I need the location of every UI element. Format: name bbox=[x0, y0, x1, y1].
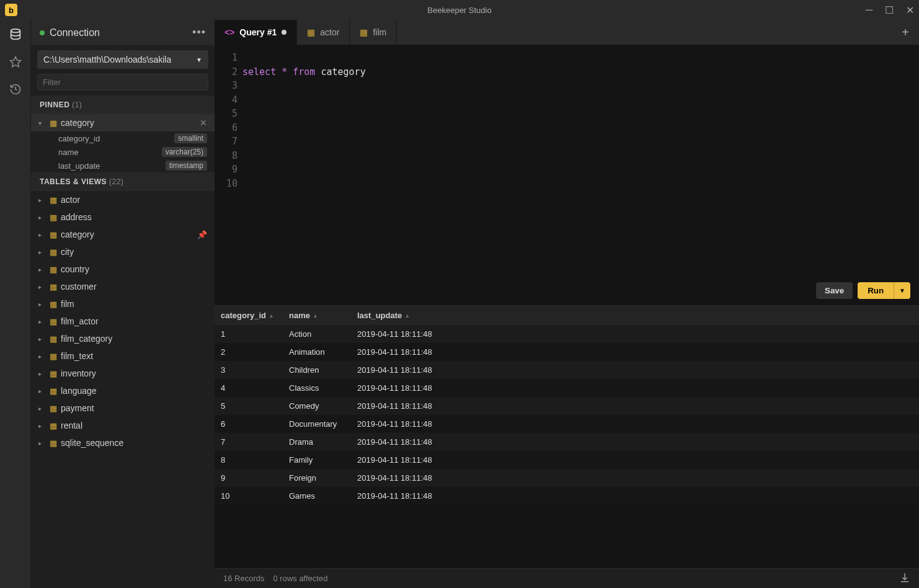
run-button[interactable]: Run bbox=[858, 282, 894, 299]
cell: 8 bbox=[215, 451, 283, 469]
table-item[interactable]: ▸▦actor bbox=[31, 191, 215, 208]
table-icon: ▦ bbox=[50, 439, 57, 448]
table-item[interactable]: ▸▦film bbox=[31, 295, 215, 313]
table-item[interactable]: ▸▦sqlite_sequence bbox=[31, 434, 215, 452]
table-name: film_actor bbox=[61, 316, 99, 326]
table-icon: ▦ bbox=[50, 230, 57, 239]
table-name: rental bbox=[61, 421, 82, 430]
connection-menu-button[interactable]: ••• bbox=[192, 26, 206, 39]
sort-icon: ▲ bbox=[269, 313, 274, 319]
column-row[interactable]: category_idsmallint bbox=[31, 131, 215, 145]
tables-section-header: TABLES & VIEWS (22) bbox=[31, 172, 215, 191]
cell: 2019-04-11 18:11:48 bbox=[351, 433, 919, 451]
table-row[interactable]: 3Children2019-04-11 18:11:48 bbox=[215, 361, 919, 379]
table-item[interactable]: ▸▦film_category bbox=[31, 330, 215, 347]
table-item[interactable]: ▸▦film_actor bbox=[31, 313, 215, 330]
table-row[interactable]: 7Drama2019-04-11 18:11:48 bbox=[215, 433, 919, 451]
cell: 2019-04-11 18:11:48 bbox=[351, 361, 919, 379]
chevron-right-icon: ▸ bbox=[38, 353, 46, 360]
save-button[interactable]: Save bbox=[816, 282, 853, 299]
table-item[interactable]: ▸▦inventory bbox=[31, 365, 215, 382]
table-name: film_text bbox=[61, 351, 93, 361]
table-row[interactable]: 10Games2019-04-11 18:11:48 bbox=[215, 487, 919, 505]
minimize-button[interactable]: ─ bbox=[866, 4, 872, 16]
pin-icon: 📌 bbox=[197, 230, 207, 239]
sort-icon: ▲ bbox=[404, 313, 410, 319]
run-dropdown-button[interactable]: ▼ bbox=[894, 282, 910, 299]
table-row[interactable]: 1Action2019-04-11 18:11:48 bbox=[215, 325, 919, 343]
cell: Foreign bbox=[283, 469, 351, 487]
download-button[interactable] bbox=[899, 572, 910, 585]
cell: 2019-04-11 18:11:48 bbox=[351, 397, 919, 415]
chevron-right-icon: ▸ bbox=[38, 405, 46, 412]
chevron-right-icon: ▸ bbox=[38, 266, 46, 273]
chevron-right-icon: ▸ bbox=[38, 249, 46, 256]
column-header[interactable]: last_update ▲ bbox=[351, 306, 919, 325]
pinned-table-item[interactable]: ▾ ▦ category ✕ bbox=[31, 114, 215, 131]
column-header[interactable]: name ▲ bbox=[283, 306, 351, 325]
table-name: customer bbox=[61, 282, 97, 292]
tab-query[interactable]: <>Query #1 bbox=[215, 20, 297, 45]
query-editor[interactable]: 12345678910 select * from category Save … bbox=[215, 45, 919, 305]
column-row[interactable]: namevarchar(25) bbox=[31, 145, 215, 159]
database-path: C:\Users\matth\Downloads\sakila bbox=[43, 55, 171, 65]
tab-table[interactable]: ▦film bbox=[350, 20, 397, 45]
table-item[interactable]: ▸▦address bbox=[31, 208, 215, 226]
unpin-button[interactable]: ✕ bbox=[200, 118, 207, 128]
favorites-icon[interactable] bbox=[8, 55, 23, 69]
filter-input[interactable] bbox=[37, 74, 208, 91]
table-icon: ▦ bbox=[50, 213, 57, 222]
pinned-table-name: category bbox=[61, 118, 94, 128]
table-row[interactable]: 5Comedy2019-04-11 18:11:48 bbox=[215, 397, 919, 415]
chevron-right-icon: ▸ bbox=[38, 318, 46, 325]
chevron-right-icon: ▸ bbox=[38, 301, 46, 308]
table-row[interactable]: 9Foreign2019-04-11 18:11:48 bbox=[215, 469, 919, 487]
tab-label: actor bbox=[320, 27, 339, 37]
cell: Children bbox=[283, 361, 351, 379]
table-item[interactable]: ▸▦category📌 bbox=[31, 226, 215, 243]
cell: 5 bbox=[215, 397, 283, 415]
maximize-button[interactable]: ☐ bbox=[885, 4, 894, 16]
table-row[interactable]: 4Classics2019-04-11 18:11:48 bbox=[215, 379, 919, 397]
new-tab-button[interactable]: + bbox=[892, 20, 919, 45]
table-item[interactable]: ▸▦country bbox=[31, 261, 215, 278]
cell: 2019-04-11 18:11:48 bbox=[351, 469, 919, 487]
table-item[interactable]: ▸▦film_text bbox=[31, 347, 215, 365]
table-icon: ▦ bbox=[50, 386, 57, 396]
results-pane: category_id ▲name ▲last_update ▲ 1Action… bbox=[215, 305, 919, 588]
table-name: film_category bbox=[61, 334, 112, 344]
close-button[interactable]: ✕ bbox=[906, 4, 914, 16]
table-name: inventory bbox=[61, 368, 96, 378]
tab-label: film bbox=[373, 27, 386, 37]
table-item[interactable]: ▸▦rental bbox=[31, 417, 215, 434]
results-body[interactable]: 1Action2019-04-11 18:11:482Animation2019… bbox=[215, 325, 919, 568]
cell: Comedy bbox=[283, 397, 351, 415]
table-item[interactable]: ▸▦customer bbox=[31, 278, 215, 295]
cell: 1 bbox=[215, 325, 283, 343]
cell: 2019-04-11 18:11:48 bbox=[351, 343, 919, 361]
code-area[interactable]: select * from category bbox=[242, 45, 919, 305]
table-item[interactable]: ▸▦city bbox=[31, 243, 215, 261]
column-row[interactable]: last_updatetimestamp bbox=[31, 159, 215, 172]
table-row[interactable]: 6Documentary2019-04-11 18:11:48 bbox=[215, 415, 919, 433]
cell: 2019-04-11 18:11:48 bbox=[351, 325, 919, 343]
chevron-right-icon: ▸ bbox=[38, 370, 46, 377]
table-item[interactable]: ▸▦payment bbox=[31, 399, 215, 417]
table-item[interactable]: ▸▦language bbox=[31, 382, 215, 399]
cell: Classics bbox=[283, 379, 351, 397]
cell: 4 bbox=[215, 379, 283, 397]
column-name: category_id bbox=[58, 134, 174, 143]
code-icon: <> bbox=[224, 27, 234, 37]
cell: Documentary bbox=[283, 415, 351, 433]
database-icon[interactable] bbox=[8, 27, 23, 42]
cell: 2019-04-11 18:11:48 bbox=[351, 379, 919, 397]
chevron-right-icon: ▸ bbox=[38, 231, 46, 238]
table-row[interactable]: 8Family2019-04-11 18:11:48 bbox=[215, 451, 919, 469]
tab-table[interactable]: ▦actor bbox=[297, 20, 350, 45]
dirty-indicator bbox=[282, 30, 286, 35]
history-icon[interactable] bbox=[8, 82, 23, 97]
table-row[interactable]: 2Animation2019-04-11 18:11:48 bbox=[215, 343, 919, 361]
database-selector[interactable]: C:\Users\matth\Downloads\sakila ▼ bbox=[37, 50, 208, 69]
column-header[interactable]: category_id ▲ bbox=[215, 306, 283, 325]
tab-bar: <>Query #1▦actor▦film + bbox=[215, 20, 919, 45]
